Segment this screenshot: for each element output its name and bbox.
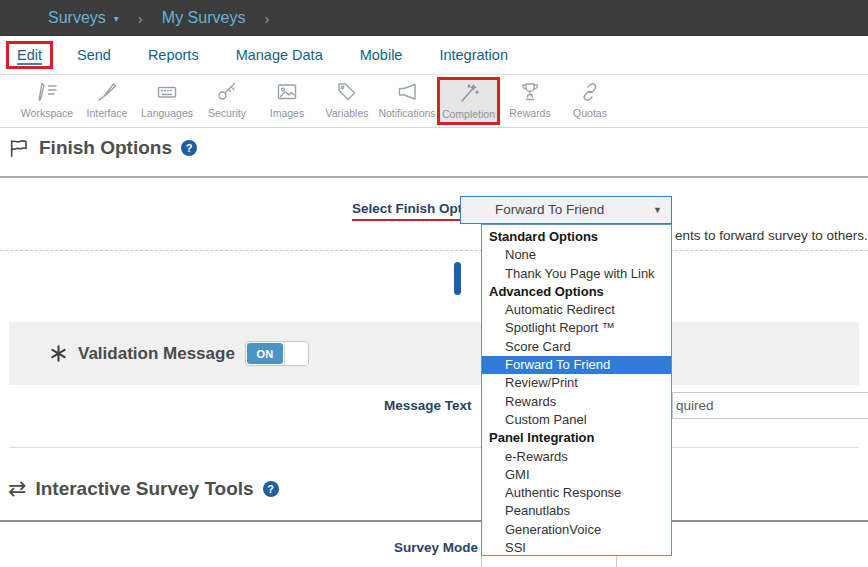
toolbar-item-label: Variables	[317, 107, 377, 119]
forward-survey-note: ents to forward survey to others. ?	[675, 227, 868, 243]
option-automatic-redirect[interactable]: Automatic Redirect	[482, 301, 671, 319]
option-authentic-response[interactable]: Authentic Response	[482, 484, 671, 502]
page: Surveys ▾ › My Surveys › EditSendReports…	[0, 0, 868, 567]
help-icon[interactable]: ?	[181, 140, 197, 156]
breadcrumb-separator-icon: ›	[264, 10, 269, 27]
finish-options-header: Finish Options ?	[8, 137, 197, 159]
menu-item-edit[interactable]: Edit	[6, 41, 53, 69]
option-group-panel-integration: Panel Integration	[482, 429, 671, 447]
toolbar-item-languages[interactable]: Languages	[137, 77, 197, 125]
validation-header: Validation Message ON	[49, 341, 309, 366]
message-text-input[interactable]: quired	[672, 392, 868, 419]
hidden-save-button-edge[interactable]	[454, 262, 461, 295]
interface-icon	[77, 80, 137, 106]
divider	[0, 176, 868, 178]
toolbar-item-label: Rewards	[500, 107, 560, 119]
toggle-on-label: ON	[247, 343, 283, 364]
toolbar-item-quotas[interactable]: Quotas	[560, 77, 620, 125]
finish-option-list: Standard OptionsNoneThank You Page with …	[481, 224, 672, 556]
option-thank-you-page-with-link[interactable]: Thank You Page with Link	[482, 265, 671, 283]
toolbar-item-label: Quotas	[560, 107, 620, 119]
notifications-icon	[377, 80, 437, 106]
forward-survey-note-text: ents to forward survey to others.	[675, 228, 868, 243]
top-navbar: Surveys ▾ › My Surveys ›	[0, 0, 868, 36]
option-peanutlabs[interactable]: Peanutlabs	[482, 502, 671, 520]
validation-toggle[interactable]: ON	[245, 341, 309, 366]
menu-item-mobile[interactable]: Mobile	[360, 47, 403, 63]
option-e-rewards[interactable]: e-Rewards	[482, 448, 671, 466]
toggle-knob[interactable]	[284, 342, 308, 365]
rewards-icon	[500, 80, 560, 106]
finish-option-select[interactable]: Forward To Friend ▼	[460, 196, 672, 224]
option-group-advanced-options: Advanced Options	[482, 283, 671, 301]
swap-arrows-icon: ⇄	[8, 478, 26, 500]
completion-icon	[440, 81, 497, 107]
breadcrumb-surveys[interactable]: Surveys	[48, 9, 106, 27]
toolbar-item-notifications[interactable]: Notifications	[377, 77, 437, 125]
toolbar-item-label: Completion	[440, 108, 497, 120]
option-rewards[interactable]: Rewards	[482, 393, 671, 411]
workspace-icon	[17, 80, 77, 106]
toolbar-item-security[interactable]: Security	[197, 77, 257, 125]
option-gmi[interactable]: GMI	[482, 466, 671, 484]
menu-item-reports[interactable]: Reports	[148, 47, 199, 63]
security-icon	[197, 80, 257, 106]
option-score-card[interactable]: Score Card	[482, 338, 671, 356]
toolbar-item-completion[interactable]: Completion	[437, 77, 500, 125]
toolbar-item-label: Languages	[137, 107, 197, 119]
menu-item-manage-data[interactable]: Manage Data	[236, 47, 323, 63]
option-generationvoice[interactable]: GenerationVoice	[482, 521, 671, 539]
help-icon[interactable]: ?	[263, 481, 279, 497]
languages-icon	[137, 80, 197, 106]
breadcrumb-separator-icon: ›	[138, 10, 143, 27]
toolbar-item-label: Interface	[77, 107, 137, 119]
option-forward-to-friend[interactable]: Forward To Friend	[482, 356, 671, 374]
chevron-down-icon[interactable]: ▾	[114, 13, 119, 24]
menu-bar: EditSendReportsManage DataMobileIntegrat…	[0, 36, 868, 75]
variables-icon	[317, 80, 377, 106]
red-annotation-underline	[352, 219, 472, 221]
toolbar-item-images[interactable]: Images	[257, 77, 317, 125]
toolbar-item-workspace[interactable]: Workspace	[17, 77, 77, 125]
menu-item-integration[interactable]: Integration	[439, 47, 508, 63]
message-text-label: Message Text	[384, 398, 472, 413]
finish-flag-icon	[8, 137, 30, 159]
asterisk-icon	[49, 344, 68, 363]
toolbar-item-label: Security	[197, 107, 257, 119]
images-icon	[257, 80, 317, 106]
toolbar-item-interface[interactable]: Interface	[77, 77, 137, 125]
toolbar-item-variables[interactable]: Variables	[317, 77, 377, 125]
finish-options-title: Finish Options	[39, 137, 172, 159]
icon-toolbar: WorkspaceInterfaceLanguagesSecurityImage…	[0, 76, 868, 128]
option-review-print[interactable]: Review/Print	[482, 374, 671, 392]
breadcrumb-my-surveys[interactable]: My Surveys	[162, 9, 246, 27]
interactive-tools-title: Interactive Survey Tools	[35, 478, 253, 500]
toolbar-item-rewards[interactable]: Rewards	[500, 77, 560, 125]
divider	[0, 520, 868, 522]
option-custom-panel[interactable]: Custom Panel	[482, 411, 671, 429]
quotas-icon	[560, 80, 620, 106]
toolbar-item-label: Workspace	[17, 107, 77, 119]
validation-title: Validation Message	[78, 344, 235, 364]
dashed-divider	[0, 250, 868, 251]
option-ssi[interactable]: SSI	[482, 539, 671, 556]
option-spotlight-report[interactable]: Spotlight Report ™	[482, 319, 671, 337]
validation-section-bottom-border	[9, 447, 859, 448]
interactive-tools-header: ⇄ Interactive Survey Tools ?	[8, 478, 279, 500]
select-caret-icon: ▼	[653, 205, 662, 215]
option-group-standard-options: Standard Options	[482, 228, 671, 246]
option-none[interactable]: None	[482, 246, 671, 264]
menu-item-send[interactable]: Send	[77, 47, 111, 63]
toolbar-item-label: Images	[257, 107, 317, 119]
finish-option-select-value: Forward To Friend	[495, 197, 604, 223]
survey-mode-label: Survey Mode	[394, 540, 478, 555]
toolbar-item-label: Notifications	[377, 107, 437, 119]
